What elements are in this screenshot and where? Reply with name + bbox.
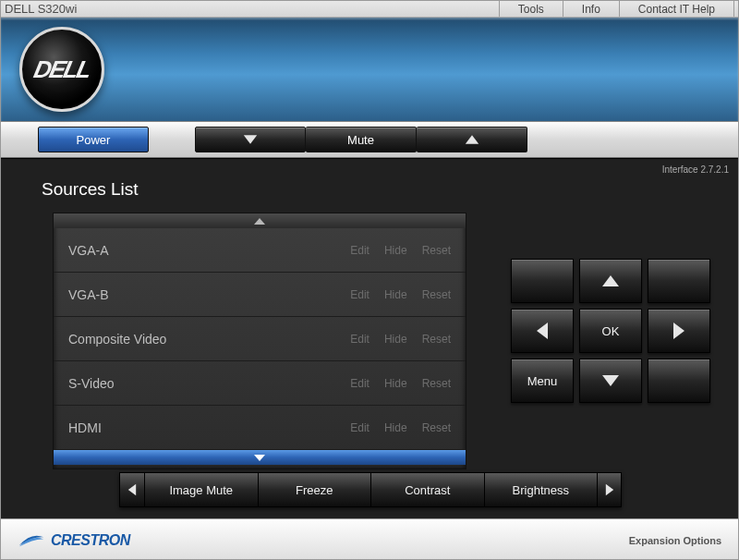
source-hide[interactable]: Hide bbox=[384, 421, 407, 434]
dpad-left-button[interactable] bbox=[511, 309, 574, 353]
arrow-left-icon bbox=[128, 484, 136, 496]
source-edit[interactable]: Edit bbox=[350, 421, 370, 434]
titlebar: DELL S320wi Tools Info Contact IT Help bbox=[1, 1, 738, 18]
menu-label: Menu bbox=[527, 374, 558, 388]
menu-tools[interactable]: Tools bbox=[499, 1, 563, 17]
mute-button[interactable]: Mute bbox=[306, 127, 417, 152]
source-hide[interactable]: Hide bbox=[384, 377, 407, 390]
arrow-left-icon bbox=[537, 323, 548, 339]
bottom-item-brightness[interactable]: Brightness bbox=[484, 473, 598, 506]
dell-logo-text: DELL bbox=[31, 55, 92, 84]
model-title: DELL S320wi bbox=[5, 2, 77, 16]
source-label: Composite Video bbox=[68, 332, 335, 347]
sources-list: VGA-A Edit Hide Reset VGA-B Edit Hide Re… bbox=[53, 213, 466, 469]
source-reset[interactable]: Reset bbox=[422, 377, 451, 390]
dpad-right-button[interactable] bbox=[648, 309, 710, 353]
dell-logo: DELL bbox=[19, 27, 104, 112]
dpad-blank-2[interactable] bbox=[648, 259, 710, 303]
source-edit[interactable]: Edit bbox=[350, 288, 370, 301]
source-item-hdmi[interactable]: HDMI Edit Hide Reset bbox=[54, 406, 466, 450]
dpad-up-button[interactable] bbox=[579, 259, 642, 303]
power-button[interactable]: Power bbox=[38, 127, 149, 152]
source-hide[interactable]: Hide bbox=[384, 244, 407, 257]
ok-label: OK bbox=[602, 324, 620, 338]
source-reset[interactable]: Reset bbox=[422, 333, 451, 346]
source-item-vga-a[interactable]: VGA-A Edit Hide Reset bbox=[54, 228, 466, 273]
chevron-down-icon bbox=[244, 135, 257, 144]
source-label: S-Video bbox=[68, 376, 335, 391]
crestron-logo: CRESTRON bbox=[18, 530, 130, 551]
navigation-pad: OK Menu bbox=[511, 259, 710, 408]
footer: CRESTRON Expansion Options bbox=[1, 518, 738, 560]
volume-up-button[interactable] bbox=[417, 127, 527, 152]
crestron-text: CRESTRON bbox=[51, 532, 130, 549]
sources-title: Sources List bbox=[1, 159, 738, 207]
source-hide[interactable]: Hide bbox=[384, 288, 407, 301]
sources-scroll-up[interactable] bbox=[54, 213, 466, 228]
sources-scroll-down[interactable] bbox=[54, 450, 466, 465]
arrow-right-icon bbox=[605, 484, 612, 496]
expansion-options-link[interactable]: Expansion Options bbox=[629, 535, 721, 546]
triangle-down-icon bbox=[254, 455, 265, 461]
source-reset[interactable]: Reset bbox=[422, 244, 451, 257]
dpad-blank-1[interactable] bbox=[511, 259, 574, 303]
bottom-scroll-right[interactable] bbox=[597, 473, 621, 506]
source-edit[interactable]: Edit bbox=[350, 333, 370, 346]
chevron-up-icon bbox=[465, 135, 478, 144]
main-panel: Interface 2.7.2.1 Sources List VGA-A Edi… bbox=[1, 158, 738, 518]
menu-contact-it[interactable]: Contact IT Help bbox=[619, 1, 734, 17]
source-label: VGA-B bbox=[68, 287, 335, 302]
source-reset[interactable]: Reset bbox=[422, 421, 451, 434]
arrow-right-icon bbox=[673, 323, 684, 339]
source-reset[interactable]: Reset bbox=[422, 288, 451, 301]
bottom-bar: Image Mute Freeze Contrast Brightness bbox=[119, 472, 622, 507]
source-hide[interactable]: Hide bbox=[384, 333, 407, 346]
power-label: Power bbox=[77, 133, 111, 147]
menu-info[interactable]: Info bbox=[563, 1, 619, 17]
dpad-blank-3[interactable] bbox=[648, 359, 710, 403]
source-edit[interactable]: Edit bbox=[350, 244, 370, 257]
source-label: VGA-A bbox=[68, 243, 335, 258]
source-item-svideo[interactable]: S-Video Edit Hide Reset bbox=[54, 361, 466, 406]
dpad-menu-button[interactable]: Menu bbox=[511, 359, 574, 403]
volume-down-button[interactable] bbox=[195, 127, 306, 152]
bottom-item-contrast[interactable]: Contrast bbox=[370, 473, 484, 506]
bottom-item-freeze[interactable]: Freeze bbox=[258, 473, 371, 506]
bottom-scroll-left[interactable] bbox=[120, 473, 144, 506]
source-item-composite[interactable]: Composite Video Edit Hide Reset bbox=[54, 317, 466, 361]
source-edit[interactable]: Edit bbox=[350, 377, 370, 390]
dpad-ok-button[interactable]: OK bbox=[579, 309, 642, 353]
source-item-vga-b[interactable]: VGA-B Edit Hide Reset bbox=[54, 273, 466, 317]
swoosh-icon bbox=[18, 530, 45, 551]
arrow-up-icon bbox=[602, 275, 619, 286]
toolbar: Power Mute bbox=[1, 121, 738, 158]
triangle-up-icon bbox=[254, 218, 265, 225]
source-label: HDMI bbox=[68, 420, 335, 435]
interface-version: Interface 2.7.2.1 bbox=[662, 164, 729, 175]
mute-label: Mute bbox=[347, 133, 374, 147]
header: DELL bbox=[1, 18, 738, 121]
dpad-down-button[interactable] bbox=[579, 359, 642, 403]
bottom-item-image-mute[interactable]: Image Mute bbox=[144, 473, 258, 506]
arrow-down-icon bbox=[602, 375, 619, 386]
volume-mute-group: Mute bbox=[195, 127, 527, 152]
